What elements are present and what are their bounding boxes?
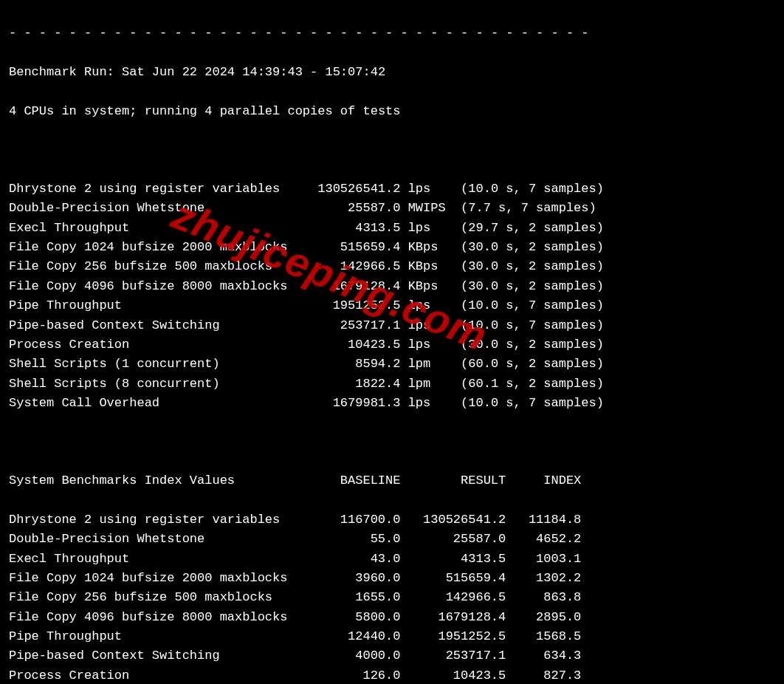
index-row: Pipe Throughput12440.01951252.51568.5	[9, 627, 774, 646]
test-timing: (29.7 s, 2 samples)	[461, 219, 604, 238]
index-name: Execl Throughput	[9, 550, 310, 569]
test-timing: (10.0 s, 7 samples)	[461, 179, 604, 199]
test-value: 25587.0	[303, 199, 401, 218]
test-value: 1679128.4	[303, 277, 401, 296]
index-rows: Dhrystone 2 using register variables1167…	[9, 510, 774, 684]
index-baseline: 116700.0	[310, 510, 400, 530]
test-name: File Copy 4096 bufsize 8000 maxblocks	[9, 277, 303, 296]
index-result: 4313.5	[400, 550, 506, 569]
test-value: 1951252.5	[303, 296, 401, 315]
index-index: 634.3	[506, 646, 581, 666]
index-row: File Copy 4096 bufsize 8000 maxblocks580…	[9, 608, 774, 627]
index-name: Double-Precision Whetstone	[9, 530, 310, 549]
index-name: File Copy 256 bufsize 500 maxblocks	[9, 588, 310, 607]
index-result: 253717.1	[400, 646, 506, 666]
test-value: 10423.5	[303, 335, 401, 355]
index-baseline: 4000.0	[310, 646, 400, 666]
index-row: File Copy 1024 bufsize 2000 maxblocks396…	[9, 569, 774, 588]
test-unit: MWIPS	[408, 199, 453, 218]
index-result: 515659.4	[400, 569, 506, 588]
test-unit: lpm	[408, 355, 453, 374]
index-index: 2895.0	[506, 608, 581, 627]
index-row: Execl Throughput43.04313.51003.1	[9, 550, 774, 569]
test-name: Execl Throughput	[9, 219, 303, 238]
test-timing: (10.0 s, 7 samples)	[461, 394, 604, 413]
test-timing: (30.0 s, 2 samples)	[461, 335, 604, 355]
test-unit: lpm	[408, 375, 453, 394]
test-timing: (60.1 s, 2 samples)	[461, 375, 604, 394]
test-row: Dhrystone 2 using register variables1305…	[9, 179, 774, 199]
index-index: 1302.2	[506, 569, 581, 588]
test-name: Shell Scripts (8 concurrent)	[9, 375, 303, 394]
index-index: 4652.2	[506, 530, 581, 549]
index-index: 863.8	[506, 588, 581, 607]
test-row: Double-Precision Whetstone25587.0 MWIPS …	[9, 199, 774, 218]
test-row: Execl Throughput4313.5 lps (29.7 s, 2 sa…	[9, 219, 774, 238]
test-value: 253717.1	[303, 316, 401, 335]
index-name: Dhrystone 2 using register variables	[9, 510, 310, 530]
index-baseline: 126.0	[310, 666, 400, 684]
test-row: Pipe Throughput1951252.5 lps (10.0 s, 7 …	[9, 296, 774, 315]
test-name: File Copy 1024 bufsize 2000 maxblocks	[9, 238, 303, 257]
index-name: File Copy 4096 bufsize 8000 maxblocks	[9, 608, 310, 627]
test-row: Shell Scripts (1 concurrent)8594.2 lpm (…	[9, 355, 774, 374]
index-index: 1003.1	[506, 550, 581, 569]
index-row: Double-Precision Whetstone55.025587.0465…	[9, 530, 774, 549]
test-unit: lps	[408, 335, 453, 355]
index-name: Pipe Throughput	[9, 627, 310, 646]
index-baseline: 12440.0	[310, 627, 400, 646]
index-baseline: 3960.0	[310, 569, 400, 588]
index-index: 11184.8	[506, 510, 581, 530]
index-row: Process Creation126.010423.5827.3	[9, 666, 774, 684]
test-row: System Call Overhead1679981.3 lps (10.0 …	[9, 394, 774, 413]
test-unit: lps	[408, 316, 453, 335]
index-index: 827.3	[506, 666, 581, 684]
test-timing: (60.0 s, 2 samples)	[461, 355, 604, 374]
test-value: 130526541.2	[303, 179, 401, 199]
test-row: File Copy 4096 bufsize 8000 maxblocks167…	[9, 277, 774, 296]
test-unit: lps	[408, 179, 453, 199]
index-header-index: INDEX	[506, 471, 581, 490]
test-name: File Copy 256 bufsize 500 maxblocks	[9, 257, 303, 276]
test-timing: (30.0 s, 2 samples)	[461, 257, 604, 276]
index-result: 10423.5	[400, 666, 506, 684]
index-baseline: 1655.0	[310, 588, 400, 607]
test-row: Shell Scripts (8 concurrent)1822.4 lpm (…	[9, 375, 774, 394]
test-value: 515659.4	[303, 238, 401, 257]
test-value: 4313.5	[303, 219, 401, 238]
test-name: Shell Scripts (1 concurrent)	[9, 355, 303, 374]
test-name: System Call Overhead	[9, 394, 303, 413]
test-timing: (7.7 s, 7 samples)	[461, 199, 596, 218]
test-timing: (10.0 s, 7 samples)	[461, 296, 604, 315]
index-result: 1951252.5	[400, 627, 506, 646]
index-baseline: 43.0	[310, 550, 400, 569]
index-result: 130526541.2	[400, 510, 506, 530]
test-unit: KBps	[408, 277, 453, 296]
index-baseline: 55.0	[310, 530, 400, 549]
test-unit: KBps	[408, 238, 453, 257]
index-result: 142966.5	[400, 588, 506, 607]
index-index: 1568.5	[506, 627, 581, 646]
index-row: Dhrystone 2 using register variables1167…	[9, 510, 774, 530]
test-value: 1822.4	[303, 375, 401, 394]
test-name: Process Creation	[9, 335, 303, 355]
index-header-result: RESULT	[400, 471, 506, 490]
test-value: 1679981.3	[303, 394, 401, 413]
test-value: 8594.2	[303, 355, 401, 374]
divider-top: - - - - - - - - - - - - - - - - - - - - …	[9, 24, 774, 43]
test-name: Double-Precision Whetstone	[9, 199, 303, 218]
test-timing: (10.0 s, 7 samples)	[461, 316, 604, 335]
test-name: Pipe-based Context Switching	[9, 316, 303, 335]
index-name: Process Creation	[9, 666, 310, 684]
test-row: File Copy 1024 bufsize 2000 maxblocks515…	[9, 238, 774, 257]
test-row: File Copy 256 bufsize 500 maxblocks14296…	[9, 257, 774, 276]
index-row: Pipe-based Context Switching4000.0253717…	[9, 646, 774, 666]
benchmark-run-line: Benchmark Run: Sat Jun 22 2024 14:39:43 …	[9, 63, 774, 82]
test-name: Pipe Throughput	[9, 296, 303, 315]
index-row: File Copy 256 bufsize 500 maxblocks1655.…	[9, 588, 774, 607]
index-result: 25587.0	[400, 530, 506, 549]
test-results: Dhrystone 2 using register variables1305…	[9, 179, 774, 413]
test-name: Dhrystone 2 using register variables	[9, 179, 303, 199]
index-header-title: System Benchmarks Index Values	[9, 471, 310, 490]
test-value: 142966.5	[303, 257, 401, 276]
